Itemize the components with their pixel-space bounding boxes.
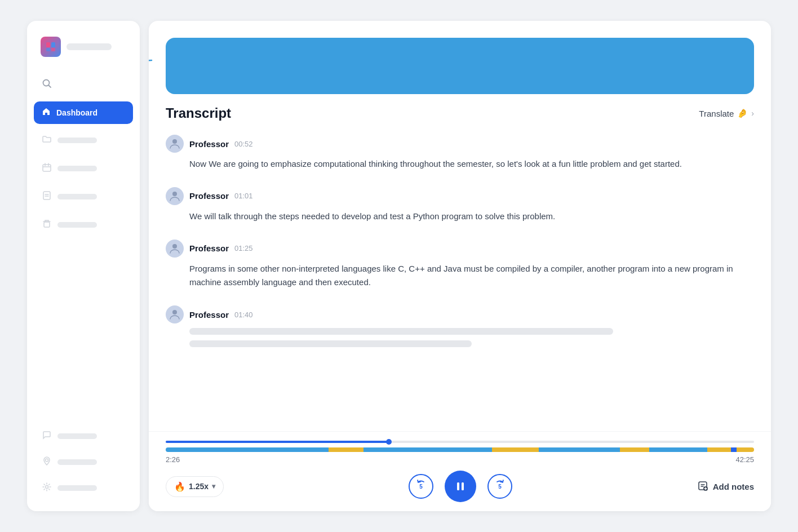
speaker-row-3: Professor 01:25 bbox=[166, 240, 754, 258]
segment-sep3 bbox=[649, 447, 661, 452]
sidebar: Dashboard bbox=[27, 21, 140, 511]
svg-rect-22 bbox=[457, 482, 459, 490]
transcript-text-2: We will talk through the steps needed to… bbox=[166, 210, 754, 224]
skip-back-button[interactable]: 5 bbox=[409, 474, 433, 499]
notes-icon bbox=[697, 480, 708, 493]
segment-4 bbox=[375, 447, 492, 452]
svg-rect-23 bbox=[462, 482, 464, 490]
segment-11 bbox=[737, 447, 754, 452]
controls-row: 🔥 1.25x ▾ 5 bbox=[166, 471, 754, 502]
sidebar-item-dashboard[interactable]: Dashboard bbox=[34, 101, 133, 124]
translate-label: Translate bbox=[699, 109, 734, 118]
svg-point-16 bbox=[46, 486, 48, 489]
segment-sep2 bbox=[539, 447, 551, 452]
speed-label: 1.25x bbox=[189, 482, 209, 491]
svg-text:5: 5 bbox=[419, 484, 423, 490]
transcript-text-1: Now We are going to emphasize computatio… bbox=[166, 157, 754, 171]
segment-5 bbox=[492, 447, 539, 452]
sidebar-item-chat[interactable] bbox=[34, 424, 133, 448]
segment-bar[interactable] bbox=[166, 447, 754, 452]
sidebar-item-label bbox=[57, 166, 97, 171]
curved-arrow-icon bbox=[149, 55, 160, 111]
sidebar-item-location[interactable] bbox=[34, 450, 133, 474]
segment-1 bbox=[166, 447, 224, 452]
svg-rect-3 bbox=[51, 48, 55, 51]
avatar-4 bbox=[166, 305, 184, 323]
segment-6 bbox=[550, 447, 620, 452]
sidebar-item-label bbox=[57, 459, 97, 465]
redacted-content bbox=[166, 328, 754, 347]
svg-point-18 bbox=[172, 192, 177, 196]
svg-line-5 bbox=[49, 86, 51, 88]
svg-point-19 bbox=[172, 244, 177, 249]
timestamp-1: 00:52 bbox=[234, 140, 253, 148]
segment-marker bbox=[731, 447, 737, 452]
svg-point-20 bbox=[172, 310, 177, 314]
trash-icon bbox=[42, 219, 52, 231]
sidebar-item-label bbox=[57, 222, 97, 228]
speed-button[interactable]: 🔥 1.25x ▾ bbox=[166, 476, 224, 497]
document-icon bbox=[42, 190, 52, 203]
speaker-row-1: Professor 00:52 bbox=[166, 135, 754, 153]
logo-icon bbox=[41, 37, 61, 57]
sidebar-item-folder[interactable] bbox=[34, 128, 133, 152]
waveform-svg bbox=[166, 38, 754, 94]
svg-point-17 bbox=[172, 139, 177, 144]
svg-text:5: 5 bbox=[498, 484, 502, 490]
svg-rect-14 bbox=[44, 222, 50, 227]
location-icon bbox=[42, 456, 52, 468]
dashboard-label: Dashboard bbox=[56, 108, 97, 117]
timestamp-3: 01:25 bbox=[234, 244, 253, 252]
speaker-row-2: Professor 01:01 bbox=[166, 187, 754, 205]
player-section: 2:26 42:25 🔥 1.25x ▾ bbox=[149, 431, 771, 511]
progress-fill bbox=[166, 441, 389, 443]
progress-container: 2:26 42:25 bbox=[166, 441, 754, 464]
svg-rect-2 bbox=[46, 48, 50, 51]
redacted-line-2 bbox=[189, 340, 472, 347]
waveform-display[interactable] bbox=[166, 38, 754, 94]
settings-icon bbox=[42, 482, 52, 494]
translate-emoji: 🤌 bbox=[737, 108, 748, 118]
transcript-text-3: Programs in some other non-interpreted l… bbox=[166, 262, 754, 290]
speaker-name-1: Professor bbox=[189, 139, 229, 149]
sidebar-item-trash[interactable] bbox=[34, 213, 133, 237]
speaker-name-3: Professor bbox=[189, 243, 229, 253]
svg-rect-1 bbox=[51, 42, 55, 47]
logo bbox=[34, 32, 133, 61]
avatar-2 bbox=[166, 187, 184, 205]
sidebar-item-label bbox=[57, 138, 97, 143]
folder-icon bbox=[42, 134, 52, 147]
translate-button[interactable]: Translate 🤌 › bbox=[699, 108, 754, 118]
add-notes-label: Add notes bbox=[713, 482, 754, 491]
sidebar-item-calendar[interactable] bbox=[34, 157, 133, 180]
svg-rect-0 bbox=[46, 42, 50, 47]
chevron-right-icon: › bbox=[751, 109, 754, 118]
segment-sep1 bbox=[363, 447, 375, 452]
sidebar-item-document[interactable] bbox=[34, 185, 133, 209]
avatar-1 bbox=[166, 135, 184, 153]
segment-8 bbox=[661, 447, 708, 452]
svg-rect-10 bbox=[43, 192, 50, 200]
sidebar-item-settings[interactable] bbox=[34, 476, 133, 500]
center-controls: 5 5 bbox=[409, 471, 512, 502]
redacted-line-1 bbox=[189, 328, 613, 335]
transcript-title: Transcript bbox=[166, 105, 231, 121]
segment-2 bbox=[224, 447, 329, 452]
segment-3 bbox=[329, 447, 363, 452]
speaker-name-4: Professor bbox=[189, 310, 229, 320]
speaker-row-4: Professor 01:40 bbox=[166, 305, 754, 323]
current-time: 2:26 bbox=[166, 455, 180, 464]
timestamp-4: 01:40 bbox=[234, 311, 253, 319]
time-display: 2:26 42:25 bbox=[166, 455, 754, 464]
search-icon bbox=[42, 78, 52, 91]
progress-track[interactable] bbox=[166, 441, 754, 443]
speaker-name-2: Professor bbox=[189, 191, 229, 201]
search-button[interactable] bbox=[34, 73, 133, 97]
skip-forward-button[interactable]: 5 bbox=[487, 474, 512, 499]
pause-button[interactable] bbox=[445, 471, 476, 502]
transcript-entry-4: Professor 01:40 bbox=[166, 305, 754, 347]
segment-9 bbox=[707, 447, 730, 452]
main-content: Transcript Translate 🤌 › Profess bbox=[149, 21, 771, 511]
sidebar-item-label bbox=[57, 433, 97, 439]
add-notes-button[interactable]: Add notes bbox=[697, 480, 754, 493]
